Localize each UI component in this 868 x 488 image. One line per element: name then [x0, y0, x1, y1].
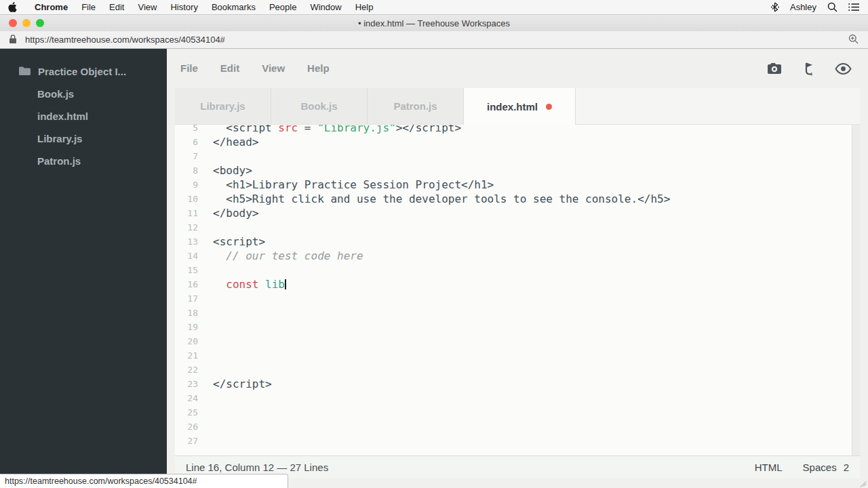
code-line-9[interactable]: 9 <h1>Library Practice Session Project</… [175, 178, 860, 192]
line-number: 6 [175, 135, 198, 149]
sidebar-project-root[interactable]: Practice Object I... [0, 60, 167, 83]
list-icon[interactable] [848, 3, 860, 12]
apple-menu-icon[interactable] [8, 2, 17, 12]
menubar-item-file[interactable]: File [81, 2, 96, 12]
code-line-23[interactable]: 23</script> [175, 377, 860, 391]
file-sidebar: Practice Object I... Book.jsindex.htmlLi… [0, 49, 167, 488]
code-line-16[interactable]: 16 const lib [175, 277, 860, 291]
menubar-item-people[interactable]: People [269, 2, 296, 12]
line-number: 19 [175, 320, 198, 334]
line-number: 18 [175, 306, 198, 320]
line-number: 12 [175, 220, 198, 235]
line-number: 11 [175, 206, 198, 220]
code-line-27[interactable]: 27 [175, 434, 860, 448]
line-number: 13 [175, 235, 198, 249]
menubar-user-name[interactable]: Ashley [790, 2, 816, 12]
line-number: 9 [175, 178, 198, 192]
cursor-position-text: Line 16, Column 12 — 27 Lines [186, 462, 328, 473]
editor-scrollbar[interactable] [852, 125, 860, 455]
url-text[interactable]: https://teamtreehouse.com/workspaces/405… [25, 35, 225, 45]
code-line-14[interactable]: 14 // our test code here [175, 249, 860, 263]
line-number: 22 [175, 363, 198, 377]
bluetooth-icon[interactable] [771, 2, 779, 12]
code-line-15[interactable]: 15 [175, 263, 860, 277]
editor-toolbar: FileEditViewHelp [175, 49, 860, 88]
search-icon[interactable] [827, 2, 837, 12]
fork-icon[interactable] [803, 62, 814, 76]
tab-library.js[interactable]: Library.js [175, 88, 271, 125]
code-line-26[interactable]: 26 [175, 420, 860, 434]
menubar-item-bookmarks[interactable]: Bookmarks [212, 2, 256, 12]
code-line-20[interactable]: 20 [175, 334, 860, 348]
editor-menu-view[interactable]: View [262, 62, 285, 74]
indent-setting[interactable]: Spaces2 [803, 462, 849, 473]
line-number: 14 [175, 249, 198, 263]
line-number: 25 [175, 405, 198, 420]
line-number: 26 [175, 420, 198, 434]
code-line-25[interactable]: 25 [175, 405, 860, 420]
code-line-5[interactable]: 5 <script src = "Library.js"></script> [175, 125, 860, 135]
lock-icon[interactable] [9, 35, 16, 45]
sidebar-file-index.html[interactable]: index.html [0, 105, 167, 127]
code-line-18[interactable]: 18 [175, 306, 860, 320]
camera-icon[interactable] [766, 62, 783, 75]
line-number: 5 [175, 125, 198, 135]
menubar-item-window[interactable]: Window [310, 2, 341, 12]
browser-address-bar[interactable]: https://teamtreehouse.com/workspaces/405… [0, 31, 868, 49]
code-line-8[interactable]: 8<body> [175, 163, 860, 178]
sidebar-project-name: Practice Object I... [38, 66, 126, 77]
line-number: 15 [175, 263, 198, 277]
line-number: 8 [175, 163, 198, 178]
editor-menu-edit[interactable]: Edit [220, 62, 239, 74]
workspace-editor: FileEditViewHelp [167, 49, 868, 488]
editor-tabstrip: Library.jsBook.jsPatron.jsindex.html [175, 88, 860, 125]
line-number: 21 [175, 348, 198, 363]
line-number: 27 [175, 434, 198, 448]
close-window-button[interactable] [9, 19, 17, 27]
code-line-11[interactable]: 11</body> [175, 206, 860, 220]
minimize-window-button[interactable] [22, 19, 31, 27]
line-number: 20 [175, 334, 198, 348]
code-line-12[interactable]: 12 [175, 220, 860, 235]
code-line-6[interactable]: 6</head> [175, 135, 860, 149]
sidebar-file-library.js[interactable]: Library.js [0, 127, 167, 150]
fullscreen-window-button[interactable] [36, 19, 44, 27]
code-editor[interactable]: 5 <script src = "Library.js"></script>6<… [175, 125, 860, 455]
menubar-item-history[interactable]: History [170, 2, 197, 12]
tab-index.html[interactable]: index.html [464, 88, 576, 125]
menubar-item-view[interactable]: View [138, 2, 157, 12]
line-number: 17 [175, 291, 198, 306]
browser-titlebar: • index.html — Treehouse Workspaces [0, 15, 868, 31]
code-line-21[interactable]: 21 [175, 348, 860, 363]
resize-grip-icon[interactable] [859, 479, 867, 487]
folder-icon [19, 66, 31, 77]
unsaved-dot [546, 104, 552, 110]
syntax-mode-selector[interactable]: HTML [755, 462, 783, 473]
text-cursor [285, 279, 286, 289]
window-title: • index.html — Treehouse Workspaces [358, 18, 510, 28]
line-number: 10 [175, 192, 198, 206]
line-number: 16 [175, 277, 198, 291]
code-line-22[interactable]: 22 [175, 363, 860, 377]
sidebar-file-book.js[interactable]: Book.js [0, 83, 167, 105]
editor-menu-help[interactable]: Help [307, 62, 330, 74]
line-number: 24 [175, 391, 198, 405]
code-line-13[interactable]: 13<script> [175, 235, 860, 249]
tab-patron.js[interactable]: Patron.js [368, 88, 464, 125]
code-line-10[interactable]: 10 <h5>Right click and use the developer… [175, 192, 860, 206]
link-preview-tooltip: https://teamtreehouse.com/workspaces/405… [0, 474, 288, 488]
editor-menu-file[interactable]: File [180, 62, 198, 74]
tabstrip-filler [576, 88, 860, 125]
zoom-in-icon[interactable] [848, 34, 859, 46]
code-line-19[interactable]: 19 [175, 320, 860, 334]
eye-icon[interactable] [835, 63, 852, 75]
code-line-7[interactable]: 7 [175, 149, 860, 163]
tab-book.js[interactable]: Book.js [271, 88, 368, 125]
code-line-24[interactable]: 24 [175, 391, 860, 405]
code-line-17[interactable]: 17 [175, 291, 860, 306]
line-number: 7 [175, 149, 198, 163]
menubar-item-edit[interactable]: Edit [109, 2, 124, 12]
menubar-item-help[interactable]: Help [355, 2, 374, 12]
menubar-app-name[interactable]: Chrome [35, 2, 68, 12]
sidebar-file-patron.js[interactable]: Patron.js [0, 150, 167, 172]
